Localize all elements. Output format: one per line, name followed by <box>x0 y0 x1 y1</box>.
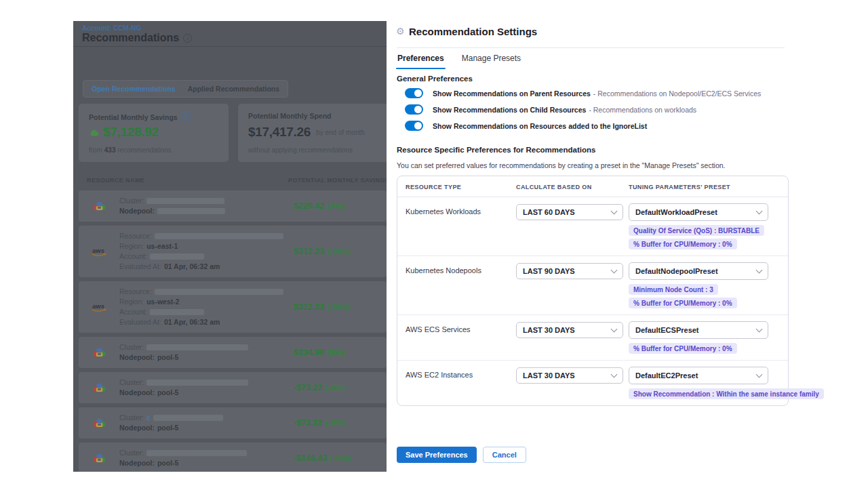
savings-percent: (-20%) <box>325 419 347 427</box>
field-value: us-west-2 <box>146 297 179 307</box>
field-value: 01 Apr, 06:32 am <box>164 262 220 272</box>
redacted-text <box>146 380 248 386</box>
gcp-icon <box>90 382 108 394</box>
preset-badges: Show Recommendation : Within the same in… <box>629 388 824 399</box>
field-label: Nodepool: <box>119 423 155 433</box>
gear-icon: ⚙ <box>396 26 405 36</box>
preference-row: AWS EC2 InstancesLAST 30 DAYSDefaultEC2P… <box>397 360 788 405</box>
calculate-based-on-select[interactable]: LAST 30 DAYS <box>516 322 623 338</box>
preset-badge: Minimum Node Count : 3 <box>629 284 718 295</box>
resource-detail-line: Nodepool: <box>119 206 387 216</box>
calculate-based-on-select[interactable]: LAST 30 DAYS <box>516 367 623 384</box>
general-preferences-toggles: Show Recommendations on Parent Resources… <box>405 88 761 137</box>
tab-applied-recommendations[interactable]: Applied Recommendations <box>182 85 285 93</box>
resource-detail-line: Resource: <box>119 231 387 241</box>
field-label: Nodepool: <box>119 388 155 398</box>
preset-select[interactable]: DefaultNodepoolPreset <box>629 262 768 280</box>
preset-badge: % Buffer for CPU/Memory : 0% <box>629 298 737 308</box>
resource-detail-line: Evaluated At:01 Apr, 06:32 am <box>119 317 387 327</box>
preference-toggle-row: Show Recommendations on Parent Resources… <box>405 88 761 98</box>
redacted-text <box>155 289 283 295</box>
column-header-potential-savings: POTENTIAL MONTHLY SAVINGS <box>288 177 387 184</box>
chevron-down-icon <box>611 371 618 378</box>
field-label: Nodepool: <box>119 206 155 216</box>
select-value: DefaultWorkloadPreset <box>635 208 717 216</box>
preferences-table-header: RESOURCE TYPE CALCULATE BASED ON TUNING … <box>397 176 788 197</box>
preset-column: DefaultNodepoolPresetMinimum Node Count … <box>629 260 780 308</box>
field-label: Cluster: <box>119 413 144 423</box>
col-resource-type: RESOURCE TYPE <box>406 184 516 190</box>
help-icon[interactable]: ? <box>182 112 192 122</box>
calculate-based-on-select[interactable]: LAST 60 DAYS <box>516 204 623 220</box>
field-value: pool-5 <box>157 388 179 398</box>
tab-preferences[interactable]: Preferences <box>397 54 444 68</box>
savings-subtext: from 433 recommendations <box>89 146 172 154</box>
savings-amount: $7,128.92 <box>103 125 159 140</box>
recommendations-tabs: Open Recommendations Applied Recommendat… <box>83 80 288 98</box>
toggle-switch[interactable] <box>405 88 423 98</box>
gcp-icon <box>90 347 108 359</box>
toggle-switch[interactable] <box>405 121 423 131</box>
gcp-cloud-icon <box>92 347 106 359</box>
svg-text:aws: aws <box>92 302 104 310</box>
recommendation-row[interactable]: Cluster:Nodepool:pool-5$234.90(96%) <box>79 337 387 368</box>
calculate-based-on-select[interactable]: LAST 90 DAYS <box>516 263 623 279</box>
redacted-text <box>150 253 204 260</box>
savings-amount-row: $7,128.92 <box>89 125 159 140</box>
field-label: Cluster: <box>119 378 144 388</box>
savings-amount: $229.42 <box>294 201 324 211</box>
savings-cell: $229.42(34%) <box>294 201 346 211</box>
field-label: Nodepool: <box>119 352 155 363</box>
spend-amount-suffix: by end of month <box>316 129 365 136</box>
account-breadcrumb[interactable]: Account: CCM-NG <box>82 24 141 32</box>
select-value: LAST 30 DAYS <box>523 326 575 334</box>
preset-select[interactable]: DefaultEC2Preset <box>629 367 768 384</box>
preset-select[interactable]: DefaultECSPreset <box>629 321 768 339</box>
resource-type-label: AWS EC2 Instances <box>406 364 516 399</box>
savings-amount: $234.90 <box>294 348 324 357</box>
recommendation-row[interactable]: Cluster:Nodepool:$229.42(34%) <box>79 190 387 222</box>
select-value: LAST 30 DAYS <box>523 371 575 380</box>
recommendation-row[interactable]: aws Resource:Region:us-west-2Account:Eva… <box>79 281 387 333</box>
recommendation-row[interactable]: Cluster:cNodepool:pool-5-$73.22(-20%) <box>79 407 387 439</box>
savings-percent: (-20%) <box>325 384 347 392</box>
potential-monthly-spend-card: Potential Monthly Spend $17,417.26 by en… <box>238 104 387 162</box>
tab-open-recommendations[interactable]: Open Recommendations <box>85 85 182 93</box>
field-link-value[interactable]: c <box>146 413 151 423</box>
spend-amount: $17,417.26 <box>248 125 311 140</box>
toggle-label: Show Recommendations on Child Resources <box>433 106 586 114</box>
resource-details: Cluster:Nodepool: <box>119 196 387 216</box>
resource-preferences-heading: Resource Specific Preferences for Recomm… <box>397 146 595 154</box>
info-icon[interactable]: i <box>183 34 192 43</box>
toggle-description: - Recommendations on Nodepool/EC2/ECS Se… <box>593 89 761 98</box>
chevron-down-icon <box>756 208 763 215</box>
general-preferences-heading: General Preferences <box>397 75 473 83</box>
tab-manage-presets[interactable]: Manage Presets <box>462 54 521 68</box>
field-value: pool-5 <box>157 458 179 468</box>
preference-toggle-row: Show Recommendations on Resources added … <box>405 121 761 131</box>
field-label: Resource: <box>119 231 152 241</box>
toggle-label: Show Recommendations on Parent Resources <box>433 89 591 98</box>
spend-card-label: Potential Monthly Spend <box>248 112 332 120</box>
drawer-actions: Save Preferences Cancel <box>397 447 526 463</box>
resource-detail-line: Resource: <box>119 287 387 297</box>
recommendation-row[interactable]: aws Resource:Region:us-east-1Account:Eva… <box>79 226 387 277</box>
title-divider <box>397 47 785 48</box>
chevron-down-icon <box>611 326 618 333</box>
savings-amount: $312.23 <box>294 247 324 256</box>
recommendation-row[interactable]: Cluster:Nodepool:pool-5-$146.43(-40%) <box>79 443 387 472</box>
toggle-switch[interactable] <box>405 104 423 115</box>
preset-badge: Quality Of Service (QoS) : BURSTABLE <box>629 225 764 236</box>
recommendation-row[interactable]: Cluster:Nodepool:pool-5-$73.22(-20%) <box>79 372 387 403</box>
preset-select[interactable]: DefaultWorkloadPreset <box>629 203 768 221</box>
redacted-text <box>146 198 224 204</box>
cancel-button[interactable]: Cancel <box>483 447 526 463</box>
save-preferences-button[interactable]: Save Preferences <box>397 447 477 463</box>
resource-type-label: Kubernetes Workloads <box>406 201 516 249</box>
savings-amount: -$73.22 <box>294 418 322 428</box>
spend-subtext: without applying recommendations <box>248 146 353 154</box>
resource-detail-line: Cluster: <box>119 342 387 352</box>
resource-details: Cluster:Nodepool:pool-5 <box>119 342 387 363</box>
recommendations-list: Cluster:Nodepool:$229.42(34%) aws Resour… <box>79 190 387 472</box>
select-value: DefaultEC2Preset <box>635 371 698 380</box>
